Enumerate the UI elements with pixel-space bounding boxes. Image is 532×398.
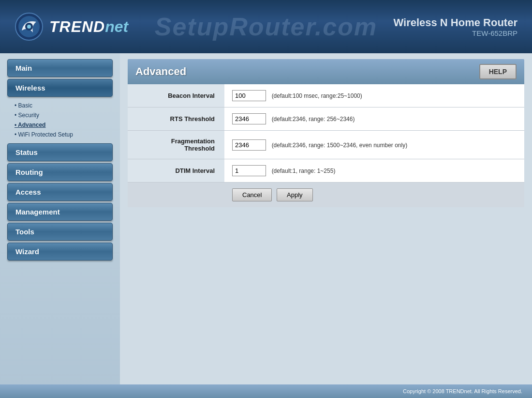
- dtim-interval-cell: (default:1, range: 1~255): [224, 159, 524, 183]
- dtim-interval-row: DTIM Interval (default:1, range: 1~255): [128, 159, 524, 183]
- sidebar-item-access[interactable]: Access: [7, 183, 113, 201]
- content-area: Advanced HELP Beacon Interval (default:1…: [120, 53, 532, 384]
- beacon-interval-cell: (default:100 msec, range:25~1000): [224, 84, 524, 107]
- logo: TRENDnet: [15, 12, 128, 41]
- sidebar-item-tools[interactable]: Tools: [7, 223, 113, 241]
- beacon-interval-label: Beacon Interval: [128, 84, 224, 107]
- rts-threshold-row: RTS Threshold (default:2346, range: 256~…: [128, 107, 524, 131]
- sidebar-item-wifi-protected-setup[interactable]: WiFi Protected Setup: [0, 130, 120, 139]
- button-row-label-cell: [128, 183, 224, 208]
- sidebar-item-routing[interactable]: Routing: [7, 163, 113, 181]
- header-watermark: SetupRouter.com: [155, 12, 378, 41]
- fragmentation-threshold-row: FragmentationThreshold (default:2346, ra…: [128, 131, 524, 159]
- sidebar: Main Wireless Basic Security Advanced Wi…: [0, 53, 120, 384]
- sidebar-item-security[interactable]: Security: [0, 110, 120, 120]
- help-button[interactable]: HELP: [479, 64, 517, 79]
- rts-threshold-hint: (default:2346, range: 256~2346): [272, 116, 355, 122]
- sidebar-item-basic[interactable]: Basic: [0, 101, 120, 110]
- page-header: Advanced HELP: [128, 59, 524, 84]
- header: TRENDnet SetupRouter.com Wireless N Home…: [0, 0, 532, 53]
- beacon-interval-hint: (default:100 msec, range:25~1000): [272, 92, 362, 99]
- dtim-interval-input[interactable]: [232, 165, 266, 176]
- fragmentation-threshold-label: FragmentationThreshold: [128, 131, 224, 159]
- rts-threshold-label: RTS Threshold: [128, 107, 224, 131]
- form-buttons-row: Cancel Apply: [128, 183, 524, 208]
- cancel-button[interactable]: Cancel: [232, 188, 272, 201]
- button-row-input-cell: Cancel Apply: [224, 183, 524, 208]
- settings-form: Beacon Interval (default:100 msec, range…: [128, 84, 524, 207]
- apply-button[interactable]: Apply: [277, 188, 313, 201]
- sidebar-item-status[interactable]: Status: [7, 143, 113, 161]
- wireless-submenu: Basic Security Advanced WiFi Protected S…: [0, 99, 120, 141]
- fragmentation-threshold-cell: (default:2346, range: 1500~2346, even nu…: [224, 131, 524, 159]
- logo-icon: [15, 12, 44, 41]
- sidebar-item-wizard[interactable]: Wizard: [7, 243, 113, 260]
- beacon-interval-input[interactable]: [232, 90, 266, 101]
- footer-copyright: Copyright © 2008 TRENDnet. All Rights Re…: [403, 388, 522, 394]
- rts-threshold-cell: (default:2346, range: 256~2346): [224, 107, 524, 131]
- dtim-interval-label: DTIM Interval: [128, 159, 224, 183]
- sidebar-item-wireless[interactable]: Wireless: [7, 79, 113, 97]
- product-name: Wireless N Home Router: [393, 16, 517, 29]
- main-layout: Main Wireless Basic Security Advanced Wi…: [0, 53, 532, 384]
- beacon-interval-row: Beacon Interval (default:100 msec, range…: [128, 84, 524, 107]
- rts-threshold-input[interactable]: [232, 113, 266, 124]
- logo-text: TRENDnet: [49, 18, 128, 36]
- sidebar-item-main[interactable]: Main: [7, 59, 113, 77]
- sidebar-item-management[interactable]: Management: [7, 203, 113, 221]
- dtim-interval-hint: (default:1, range: 1~255): [272, 168, 336, 174]
- fragmentation-threshold-hint: (default:2346, range: 1500~2346, even nu…: [272, 142, 408, 149]
- svg-point-3: [27, 25, 31, 29]
- sidebar-item-advanced[interactable]: Advanced: [0, 120, 120, 130]
- footer: Copyright © 2008 TRENDnet. All Rights Re…: [0, 384, 532, 398]
- header-product: Wireless N Home Router TEW-652BRP: [393, 16, 517, 37]
- product-model: TEW-652BRP: [393, 29, 517, 37]
- fragmentation-threshold-input[interactable]: [232, 139, 266, 151]
- page-title: Advanced: [135, 65, 186, 78]
